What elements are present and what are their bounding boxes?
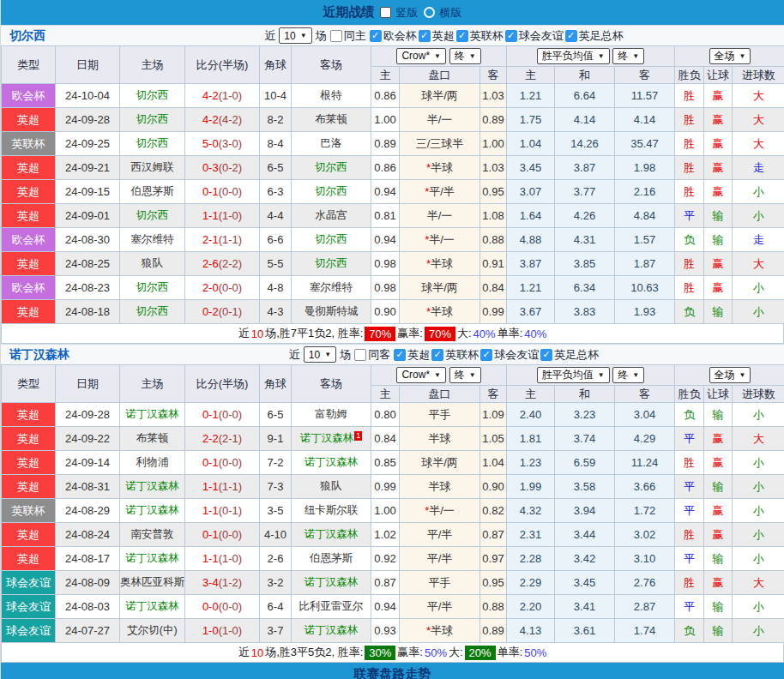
league-type-badge: 欧会杯 — [2, 228, 56, 252]
league-filter-欧会杯[interactable]: ✓欧会杯 — [370, 28, 417, 44]
league-filter-球会友谊[interactable]: ✓球会友谊 — [505, 28, 564, 44]
checkbox-icon[interactable]: ✓ — [480, 349, 492, 361]
checkbox-icon[interactable]: ✓ — [370, 30, 382, 42]
away-team[interactable]: 根特 — [292, 84, 371, 108]
checkbox-icon[interactable]: ✓ — [540, 349, 552, 361]
avg-select[interactable]: 胜平负均值▼ — [537, 48, 610, 64]
checkbox-icon[interactable]: ✓ — [419, 30, 431, 42]
league-filter-英足总杯[interactable]: ✓英足总杯 — [540, 347, 599, 363]
away-team[interactable]: 布莱顿 — [292, 108, 371, 132]
home-team[interactable]: 奥林匹亚科斯 — [120, 571, 185, 595]
match-date: 24-08-25 — [56, 252, 120, 276]
bookmaker-final-select[interactable]: 终▼ — [449, 367, 481, 383]
away-team[interactable]: 曼彻斯特城 — [292, 300, 371, 324]
league-filter-球会友谊[interactable]: ✓球会友谊 — [480, 347, 539, 363]
away-team[interactable]: 切尔西 — [292, 156, 371, 180]
avg-final-select[interactable]: 终▼ — [612, 48, 644, 64]
home-team[interactable]: 布莱顿 — [120, 427, 185, 451]
away-team[interactable]: 巴洛 — [292, 132, 371, 156]
checkbox-icon[interactable]: ✓ — [394, 349, 406, 361]
checkbox-icon[interactable]: ✓ — [431, 349, 443, 361]
half-time-score: (4-2) — [219, 113, 242, 126]
league-filter-英联杯[interactable]: ✓英联杯 — [456, 28, 504, 44]
home-team[interactable]: 切尔西 — [120, 84, 185, 108]
scope-select[interactable]: 全场▼ — [709, 367, 751, 383]
crown-home-odds: 0.81 — [371, 204, 400, 228]
vertical-layout-radio[interactable] — [380, 7, 391, 18]
match-date: 24-08-31 — [56, 475, 120, 499]
home-team[interactable]: 切尔西 — [120, 108, 185, 132]
league-filter-英超[interactable]: ✓英超 — [419, 28, 455, 44]
corner-count: 2-6 — [260, 547, 292, 571]
league-type-badge: 英超 — [2, 300, 56, 324]
home-team[interactable]: 伯恩茅斯 — [120, 180, 185, 204]
checkbox-icon[interactable] — [330, 30, 342, 42]
away-team[interactable]: 狼队 — [292, 475, 371, 499]
away-team[interactable]: 诺丁汉森林1 — [292, 427, 371, 451]
horizontal-layout-radio[interactable] — [424, 7, 435, 18]
same-venue-filter[interactable]: 同主 — [330, 28, 366, 44]
same-venue-filter[interactable]: 同客 — [354, 347, 390, 363]
home-team[interactable]: 利物浦 — [120, 451, 185, 475]
crown-home-odds: 0.80 — [371, 403, 400, 427]
away-team[interactable]: 切尔西 — [292, 180, 371, 204]
match-count-select[interactable]: 10▼ — [304, 346, 336, 363]
scope-select-value: 全场 — [715, 49, 735, 63]
summary-segment: 单率: — [498, 326, 523, 341]
chevron-down-icon: ▼ — [739, 371, 746, 379]
home-team[interactable]: 塞尔维特 — [120, 228, 185, 252]
bookmaker-select[interactable]: Crow*▼ — [396, 48, 446, 64]
away-team[interactable]: 诺丁汉森林 — [292, 523, 371, 547]
bookmaker-select[interactable]: Crow*▼ — [396, 367, 446, 383]
away-team[interactable]: 诺丁汉森林 — [292, 619, 371, 643]
league-filter-英超[interactable]: ✓英超 — [394, 347, 430, 363]
match-row: 英超24-08-25狼队2-6(2-2)5-5切尔西0.98*半球0.913.8… — [2, 252, 784, 276]
league-filter-英足总杯[interactable]: ✓英足总杯 — [565, 28, 624, 44]
vertical-layout-label[interactable]: 竖版 — [396, 5, 419, 21]
away-team[interactable]: 塞尔维特 — [292, 276, 371, 300]
home-team[interactable]: 切尔西 — [120, 132, 185, 156]
checkbox-icon[interactable]: ✓ — [505, 30, 517, 42]
home-team[interactable]: 狼队 — [120, 252, 185, 276]
home-team[interactable]: 切尔西 — [120, 276, 185, 300]
away-team[interactable]: 诺丁汉森林 — [292, 571, 371, 595]
away-team[interactable]: 水晶宫 — [292, 204, 371, 228]
away-team[interactable]: 切尔西 — [292, 228, 371, 252]
scope-select[interactable]: 全场▼ — [709, 48, 751, 64]
checkbox-icon[interactable]: ✓ — [565, 30, 577, 42]
match-date: 24-08-29 — [56, 499, 120, 523]
home-team[interactable]: 切尔西 — [120, 300, 185, 324]
handicap-line: 半球 — [400, 475, 480, 499]
handicap-line: 平手 — [400, 403, 480, 427]
away-team[interactable]: 诺丁汉森林 — [292, 451, 371, 475]
crown-away-odds: 1.09 — [480, 403, 507, 427]
section-team-name[interactable]: 切尔西 — [9, 28, 45, 44]
crown-away-odds: 0.95 — [480, 571, 507, 595]
avg-final-select[interactable]: 终▼ — [612, 367, 644, 383]
checkbox-icon[interactable]: ✓ — [456, 30, 468, 42]
away-team[interactable]: 伯恩茅斯 — [292, 547, 371, 571]
bookmaker-final-select[interactable]: 终▼ — [449, 48, 481, 64]
home-team[interactable]: 诺丁汉森林 — [120, 475, 185, 499]
away-team[interactable]: 比利亚雷亚尔 — [292, 595, 371, 619]
league-filter-英联杯[interactable]: ✓英联杯 — [431, 347, 479, 363]
home-team[interactable]: 切尔西 — [120, 204, 185, 228]
away-team[interactable]: 切尔西 — [292, 252, 371, 276]
away-team[interactable]: 纽卡斯尔联 — [292, 499, 371, 523]
section-team-name[interactable]: 诺丁汉森林 — [9, 347, 69, 363]
home-team[interactable]: 西汉姆联 — [120, 156, 185, 180]
avg-select[interactable]: 胜平负均值▼ — [537, 367, 610, 383]
home-team[interactable]: 南安普敦 — [120, 523, 185, 547]
horizontal-layout-label[interactable]: 横版 — [440, 5, 462, 21]
home-team[interactable]: 诺丁汉森林 — [120, 595, 185, 619]
goals-result-cell: 小 — [733, 276, 784, 300]
away-team[interactable]: 富勒姆 — [292, 403, 371, 427]
checkbox-icon[interactable] — [354, 349, 366, 361]
home-team[interactable]: 艾尔切(中) — [120, 619, 185, 643]
avg-away-odds: 3.10 — [615, 547, 675, 571]
home-team[interactable]: 诺丁汉森林 — [120, 547, 185, 571]
match-row: 英超24-08-18切尔西0-2(0-1)4-3曼彻斯特城0.90*半球0.99… — [2, 300, 784, 324]
match-count-select[interactable]: 10▼ — [279, 27, 311, 44]
home-team[interactable]: 诺丁汉森林 — [120, 403, 185, 427]
home-team[interactable]: 诺丁汉森林 — [120, 499, 185, 523]
